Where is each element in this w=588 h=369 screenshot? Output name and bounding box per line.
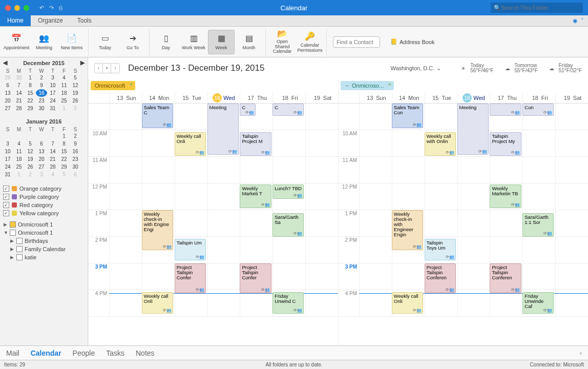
window-close-button[interactable] bbox=[5, 5, 11, 11]
folder-checkbox[interactable] bbox=[16, 238, 23, 244]
mini-cal-day[interactable]: 18 bbox=[13, 155, 25, 163]
mini-cal-day[interactable]: 21 bbox=[47, 155, 58, 163]
calendar-event[interactable]: Weekly call with Onlin⟳👥 bbox=[425, 132, 456, 156]
mini-cal-day[interactable]: 27 bbox=[36, 163, 47, 171]
category-checkbox[interactable] bbox=[3, 186, 9, 192]
mini-cal-day[interactable]: 15 bbox=[25, 89, 36, 97]
category-item[interactable]: Red category bbox=[3, 201, 85, 209]
mini-cal-day[interactable]: 23 bbox=[70, 155, 81, 163]
mini-cal-day[interactable]: 4 bbox=[47, 171, 58, 178]
calendar-event[interactable]: Friday Unwinde Caf⟳👥 bbox=[522, 292, 554, 314]
category-checkbox[interactable] bbox=[3, 202, 9, 208]
mini-cal-day[interactable]: 12 bbox=[25, 148, 36, 155]
ribbon-address-book[interactable]: 📒 Address Book bbox=[390, 38, 434, 45]
mini-cal-day[interactable]: 9 bbox=[70, 140, 81, 148]
mini-cal-day[interactable]: 11 bbox=[13, 148, 25, 155]
mini-cal-day[interactable]: 22 bbox=[25, 97, 36, 105]
mini-cal-day[interactable]: 6 bbox=[2, 81, 13, 89]
folder-node[interactable]: ▶Onmicrosoft 1 bbox=[2, 220, 86, 229]
mini-cal-day[interactable]: 17 bbox=[47, 89, 58, 97]
mini-cal-day[interactable]: 21 bbox=[13, 97, 25, 105]
calendar-event[interactable]: Sales Team Con⟳👥 bbox=[392, 104, 423, 128]
mini-cal-day[interactable]: 13 bbox=[36, 148, 47, 155]
pane-close-icon[interactable]: ✕ bbox=[129, 82, 133, 87]
sync-icon[interactable]: ◉ bbox=[573, 17, 578, 24]
calendar-event[interactable]: Project Tailspin Conferen⟳👥 bbox=[425, 263, 456, 293]
mini-cal-day[interactable]: 6 bbox=[70, 171, 81, 178]
ribbon-week[interactable]: ▦Week bbox=[208, 30, 235, 54]
pane-tab[interactable]: Onmicrosoft✕ bbox=[91, 81, 135, 90]
mini-cal-day[interactable]: 1 bbox=[58, 105, 70, 112]
folder-child[interactable]: ▶Birthdays bbox=[2, 237, 86, 245]
folder-checkbox[interactable] bbox=[16, 254, 23, 260]
day-header[interactable]: 17Thu bbox=[240, 92, 272, 103]
mini-cal-day[interactable]: 22 bbox=[58, 155, 70, 163]
folder-checkbox[interactable] bbox=[10, 221, 16, 228]
mini-cal-day[interactable]: 1 bbox=[13, 171, 25, 178]
day-header[interactable]: 15Tue bbox=[425, 92, 457, 103]
ribbon-goto[interactable]: ➔Go To bbox=[119, 30, 146, 54]
mini-cal-day[interactable]: 19 bbox=[25, 155, 36, 163]
mini-cal-day[interactable] bbox=[36, 132, 47, 140]
calendar-event[interactable]: Project Tailspin Confer⟳👥 bbox=[240, 263, 271, 293]
search-input[interactable] bbox=[501, 5, 580, 11]
calendar-event[interactable]: Project Tailspin Confer⟳👥 bbox=[175, 263, 206, 293]
pane-tab[interactable]: ← Onmicroso...✕ bbox=[341, 81, 394, 90]
ribbon-work-week[interactable]: ▥Work Week bbox=[180, 30, 207, 54]
calendar-event[interactable]: Tailspin Project My⟳👥 bbox=[490, 132, 521, 156]
nav-today-dot[interactable]: • bbox=[103, 64, 111, 73]
tab-home[interactable]: Home bbox=[0, 15, 31, 26]
mini-cal-day[interactable]: 17 bbox=[2, 155, 13, 163]
calendar-event[interactable]: Weekly check-in with Engineer Engin⟳👥 bbox=[392, 210, 423, 250]
mini-cal-day[interactable]: 26 bbox=[70, 97, 81, 105]
mini-cal-day[interactable]: 7 bbox=[47, 140, 58, 148]
calendar-event[interactable]: Sara/Garth 1:1 Sor⟳👥 bbox=[522, 213, 554, 237]
search-container[interactable]: 🔍 bbox=[491, 3, 583, 13]
nav-next[interactable]: › bbox=[111, 64, 119, 73]
mini-cal-day[interactable]: 18 bbox=[58, 89, 70, 97]
ribbon-today[interactable]: ▭Today bbox=[92, 30, 118, 54]
mini-cal-day[interactable]: 16 bbox=[70, 148, 81, 155]
mini-cal-day[interactable]: 1 bbox=[58, 132, 70, 140]
module-calendar[interactable]: Calendar bbox=[31, 349, 61, 357]
mini-cal-day[interactable]: 29 bbox=[25, 105, 36, 112]
category-item[interactable]: Purple category bbox=[3, 193, 85, 201]
ribbon-day[interactable]: ▯Day bbox=[153, 30, 179, 54]
mini-cal-day[interactable]: 29 bbox=[58, 163, 70, 171]
calendar-event[interactable]: Weekly check-in with Engine Engi⟳👥 bbox=[142, 210, 173, 250]
redo-icon[interactable]: ↷ bbox=[49, 5, 54, 11]
mini-cal-day[interactable]: 20 bbox=[36, 155, 47, 163]
mini-cal-day[interactable]: 25 bbox=[13, 163, 25, 171]
folder-node[interactable]: ▼Onmicrosoft 1 bbox=[2, 229, 86, 237]
ribbon-collapse-icon[interactable]: ˄ bbox=[581, 17, 584, 24]
mini-cal-day[interactable]: 19 bbox=[70, 89, 81, 97]
mini-cal-day[interactable]: 29 bbox=[2, 74, 13, 81]
category-checkbox[interactable] bbox=[3, 194, 9, 200]
folder-child[interactable]: ▶Family Calendar bbox=[2, 245, 86, 253]
calendar-grid[interactable]: 10 AM11 AM12 PM1 PM2 PM3 PM4 PMSales Tea… bbox=[339, 104, 588, 345]
ribbon-open-shared[interactable]: 📂Open Shared Calendar bbox=[269, 30, 296, 54]
ribbon-permissions[interactable]: 🔑Calendar Permissions bbox=[297, 30, 323, 54]
mini-cal-day[interactable]: 14 bbox=[47, 148, 58, 155]
module-tasks[interactable]: Tasks bbox=[106, 349, 124, 357]
module-notes[interactable]: Notes bbox=[136, 349, 155, 357]
day-header[interactable]: 18Fri bbox=[522, 92, 555, 103]
mini-cal-day[interactable]: 4 bbox=[58, 74, 70, 81]
day-header[interactable]: 19Sat bbox=[555, 92, 588, 103]
calendar-event[interactable]: Weekly call Onli⟳👥 bbox=[175, 132, 206, 156]
category-checkbox[interactable] bbox=[3, 210, 9, 216]
mini-cal-day[interactable]: 7 bbox=[13, 81, 25, 89]
calendar-event[interactable]: Con⟳👥 bbox=[522, 104, 554, 116]
nav-prev[interactable]: ‹ bbox=[95, 64, 103, 73]
calendar-event[interactable]: Weekly call Onli⟳👥 bbox=[392, 292, 423, 314]
module-more[interactable]: ‹ bbox=[580, 350, 582, 357]
mini-cal-day[interactable]: 9 bbox=[36, 81, 47, 89]
calendar-event[interactable]: Tailspin Um⟳👥 bbox=[175, 239, 206, 260]
mini-cal-day[interactable]: 26 bbox=[25, 163, 36, 171]
calendar-event[interactable]: ⟳👥 bbox=[490, 104, 521, 116]
calendar-event[interactable]: Weekly Marketin TB⟳👥 bbox=[490, 184, 521, 208]
day-header[interactable]: 13Sun bbox=[109, 92, 142, 103]
mini-cal-day[interactable]: 27 bbox=[2, 105, 13, 112]
module-people[interactable]: People bbox=[73, 349, 95, 357]
mini-cal-day[interactable]: 20 bbox=[2, 97, 13, 105]
